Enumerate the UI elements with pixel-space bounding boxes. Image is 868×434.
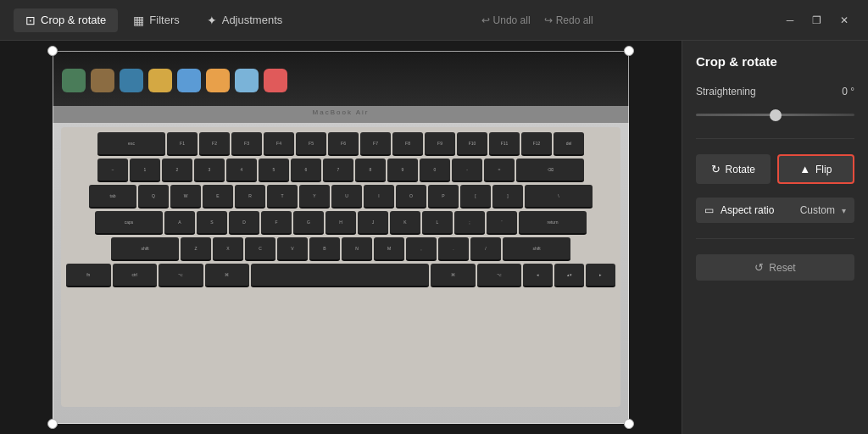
- crop-handle-tr[interactable]: [624, 46, 634, 56]
- key-q: Q: [138, 185, 169, 209]
- key-g: G: [293, 211, 324, 235]
- straightening-slider-container: [696, 104, 854, 120]
- key-f5: F5: [296, 132, 326, 156]
- macbook-label: MacBook Air: [313, 108, 370, 116]
- key-ctrl: ctrl: [113, 264, 158, 287]
- photo-image: MacBook Air esc F1 F2 F3 F4 F5 F6 F7 F8 …: [53, 51, 629, 424]
- key-b: B: [309, 237, 340, 261]
- undo-all-button[interactable]: ↩ Undo all: [481, 14, 531, 26]
- rotate-label: Rotate: [726, 164, 755, 175]
- main-area: MacBook Air esc F1 F2 F3 F4 F5 F6 F7 F8 …: [0, 41, 868, 434]
- dock-icon-2: [91, 69, 114, 92]
- undo-label: Undo all: [493, 14, 531, 26]
- key-l: L: [422, 211, 453, 235]
- key-bracket-l: [: [460, 185, 491, 209]
- key-f: F: [261, 211, 292, 235]
- rotate-button[interactable]: ↻ Rotate: [696, 154, 771, 184]
- key-f6: F6: [328, 132, 359, 156]
- right-panel: Crop & rotate Straightening 0 ° ↻ Rotate…: [682, 41, 868, 434]
- key-p: P: [428, 185, 459, 209]
- rotate-icon: ↻: [711, 163, 721, 175]
- key-k: K: [390, 211, 420, 235]
- key-w: W: [170, 185, 201, 209]
- key-backslash: \: [525, 185, 593, 209]
- key-tilde: ~: [97, 159, 128, 182]
- key-f10: F10: [457, 132, 487, 156]
- reset-button[interactable]: ↺ Reset: [696, 254, 854, 281]
- key-bracket-r: ]: [492, 185, 523, 209]
- canvas-area[interactable]: MacBook Air esc F1 F2 F3 F4 F5 F6 F7 F8 …: [0, 41, 682, 434]
- key-backspace: ⌫: [516, 159, 584, 182]
- key-cmd-l: ⌘: [205, 264, 250, 287]
- aspect-ratio-value: Custom: [800, 204, 835, 216]
- key-y: Y: [299, 185, 330, 209]
- photo-container: MacBook Air esc F1 F2 F3 F4 F5 F6 F7 F8 …: [53, 51, 629, 424]
- key-alt-l: ⌥: [159, 264, 203, 287]
- key-row-4: caps A S D F G H J K L ; ' return: [66, 211, 615, 235]
- dock-icon-3: [120, 69, 143, 92]
- straightening-label: Straightening: [696, 86, 756, 97]
- aspect-ratio-row[interactable]: ▭ Aspect ratio Custom ▾: [696, 198, 854, 223]
- key-i: I: [364, 185, 394, 209]
- tab-adjustments[interactable]: ✦ Adjustments: [195, 8, 295, 32]
- filters-icon: ▦: [133, 14, 144, 27]
- maximize-button[interactable]: ❐: [807, 10, 827, 31]
- key-alt-r: ⌥: [477, 264, 522, 287]
- key-u: U: [331, 185, 362, 209]
- reset-label: Reset: [769, 262, 795, 274]
- flip-button[interactable]: ▲ Flip: [777, 154, 855, 184]
- key-right: ▸: [586, 264, 615, 287]
- key-j: J: [358, 211, 388, 235]
- key-f9: F9: [425, 132, 455, 156]
- divider-2: [696, 238, 854, 239]
- key-f3: F3: [231, 132, 262, 156]
- crop-handle-tl[interactable]: [47, 46, 58, 56]
- tab-filters-label: Filters: [149, 14, 179, 26]
- key-m: M: [374, 237, 404, 261]
- key-s: S: [197, 211, 227, 235]
- key-esc: esc: [97, 132, 165, 156]
- key-f2: F2: [199, 132, 230, 156]
- straightening-slider[interactable]: [696, 114, 854, 116]
- redo-label: Redo all: [556, 14, 593, 26]
- undo-icon: ↩: [481, 14, 490, 26]
- key-comma: ,: [406, 237, 437, 261]
- key-f12: F12: [521, 132, 552, 156]
- crop-handle-bl[interactable]: [47, 419, 58, 429]
- tab-crop-rotate-label: Crop & rotate: [41, 14, 106, 26]
- redo-all-button[interactable]: ↪ Redo all: [544, 14, 593, 26]
- key-shift-l: shift: [111, 237, 179, 261]
- crop-rotate-icon: ⊡: [25, 14, 36, 27]
- key-a: A: [164, 211, 195, 235]
- key-shift-r: shift: [503, 237, 570, 261]
- key-quote: ': [487, 211, 517, 235]
- tab-filters[interactable]: ▦ Filters: [121, 8, 191, 32]
- key-row-3: tab Q W E R T Y U I O P [ ] \: [66, 185, 615, 209]
- key-3: 3: [194, 159, 225, 182]
- window-controls: ─ ❐ ✕: [780, 10, 854, 31]
- redo-icon: ↪: [544, 14, 553, 26]
- key-0: 0: [420, 159, 450, 182]
- key-e: E: [203, 185, 233, 209]
- dock-icon-7: [235, 69, 259, 92]
- key-4: 4: [226, 159, 257, 182]
- key-t: T: [267, 185, 298, 209]
- reset-icon: ↺: [754, 261, 764, 274]
- key-9: 9: [387, 159, 418, 182]
- flip-icon: ▲: [799, 163, 810, 175]
- adjustments-icon: ✦: [207, 14, 217, 27]
- key-row-1: esc F1 F2 F3 F4 F5 F6 F7 F8 F9 F10 F11 F…: [66, 132, 615, 156]
- key-z: Z: [181, 237, 211, 261]
- close-button[interactable]: ✕: [834, 10, 854, 31]
- key-caps: caps: [95, 211, 163, 235]
- key-row-5: shift Z X C V B N M , . / shift: [66, 237, 615, 261]
- key-1: 1: [130, 159, 160, 182]
- key-x: X: [213, 237, 243, 261]
- topbar: ⊡ Crop & rotate ▦ Filters ✦ Adjustments …: [0, 0, 868, 41]
- crop-handle-br[interactable]: [624, 419, 634, 429]
- tab-crop-rotate[interactable]: ⊡ Crop & rotate: [14, 8, 118, 32]
- key-cmd-r: ⌘: [431, 264, 476, 287]
- minimize-button[interactable]: ─: [780, 10, 800, 31]
- key-del: del: [554, 132, 584, 156]
- key-n: N: [342, 237, 372, 261]
